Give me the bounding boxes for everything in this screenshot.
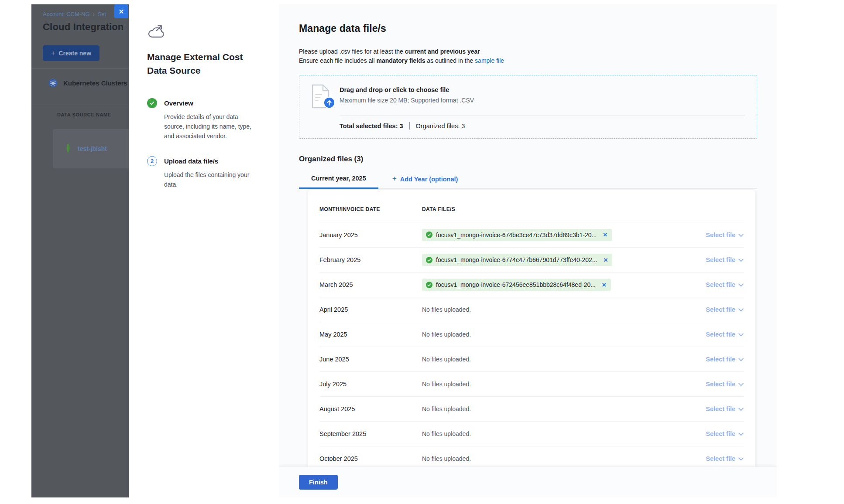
month-label: September 2025: [319, 430, 422, 437]
month-label: April 2025: [319, 306, 422, 313]
step-overview[interactable]: Overview Provide details of your data so…: [147, 99, 264, 141]
data-source-name-link[interactable]: test-jbisht: [78, 145, 107, 152]
data-source-row[interactable]: test-jbisht: [53, 129, 129, 168]
table-header-row: MONTH/INVOICE DATE DATA FILE/S: [319, 196, 744, 222]
month-rows: January 2025focusv1_mongo-invoice-674be3…: [319, 222, 744, 471]
step-label: Overview: [164, 99, 264, 108]
select-file-label: Select file: [706, 356, 735, 363]
chevron-down-icon: [738, 358, 744, 361]
table-row: May 2025No files uploaded.Select file: [319, 322, 744, 347]
chevron-down-icon: [738, 457, 744, 461]
file-name: focusv1_mongo-invoice-672456ee851bbb28c6…: [436, 281, 596, 288]
step-upload-data-files[interactable]: 2 Upload data file/s Upload the files co…: [147, 157, 264, 189]
breadcrumb-section-link[interactable]: Set: [98, 11, 106, 17]
breadcrumb-separator-icon: ›: [93, 11, 95, 17]
tab-current-year[interactable]: Current year, 2025: [299, 170, 378, 189]
select-file-dropdown[interactable]: Select file: [706, 306, 744, 313]
select-file-dropdown[interactable]: Select file: [706, 256, 744, 263]
file-upload-icon: [311, 84, 332, 111]
remove-file-icon[interactable]: ✕: [603, 257, 608, 263]
table-row: June 2025No files uploaded.Select file: [319, 347, 744, 371]
divider: [340, 116, 745, 116]
select-file-dropdown[interactable]: Select file: [706, 405, 744, 412]
cloud-export-icon: [147, 24, 165, 40]
month-label: June 2025: [319, 356, 422, 363]
remove-file-icon[interactable]: ✕: [603, 232, 607, 238]
page-title: Cloud Integration: [43, 21, 129, 33]
no-files-text: No files uploaded.: [422, 306, 471, 313]
upload-instructions: Please upload .csv files for at least th…: [299, 47, 757, 65]
step-description: Provide details of your data source, inc…: [164, 112, 259, 141]
file-cell: focusv1_mongo-invoice-674be3ce47c73d37dd…: [422, 229, 691, 241]
file-name: focusv1_mongo-invoice-6774c477b667901d77…: [436, 256, 597, 263]
chevron-down-icon: [738, 308, 744, 312]
sample-file-link[interactable]: sample file: [475, 57, 504, 64]
tab-kubernetes-clusters[interactable]: Kubernetes Clusters: [43, 69, 129, 97]
month-label: January 2025: [319, 232, 422, 238]
no-files-text: No files uploaded.: [422, 381, 471, 388]
select-file-dropdown[interactable]: Select file: [706, 356, 744, 363]
check-circle-icon: [426, 282, 432, 288]
instruction-line-2: Ensure each file includes all mandatory …: [299, 56, 757, 65]
no-files-text: No files uploaded.: [422, 430, 471, 437]
table-row: March 2025focusv1_mongo-invoice-672456ee…: [319, 272, 744, 297]
table-row: February 2025focusv1_mongo-invoice-6774c…: [319, 247, 744, 272]
file-cell: No files uploaded.: [422, 405, 691, 412]
check-circle-icon: [426, 232, 432, 238]
step-number-badge: 2: [147, 156, 157, 166]
select-file-label: Select file: [706, 331, 735, 338]
table-row: April 2025No files uploaded.Select file: [319, 297, 744, 322]
select-file-dropdown[interactable]: Select file: [706, 281, 744, 288]
no-files-text: No files uploaded.: [422, 331, 471, 338]
month-label: May 2025: [319, 331, 422, 338]
select-file-dropdown[interactable]: Select file: [706, 430, 744, 437]
manage-data-source-drawer: ✕ Manage External Cost Data Source Overv…: [129, 4, 777, 497]
monthly-files-card: MONTH/INVOICE DATE DATA FILE/S January 2…: [308, 190, 755, 471]
select-file-dropdown[interactable]: Select file: [706, 381, 744, 388]
breadcrumb-account-link[interactable]: Account: CCM-NG: [43, 11, 90, 17]
file-dropzone[interactable]: Drag and drop or click to choose file Ma…: [299, 75, 757, 139]
add-year-button[interactable]: + Add Year (optional): [391, 170, 460, 188]
month-label: October 2025: [319, 455, 422, 462]
month-label: July 2025: [319, 381, 422, 388]
column-header-data-file: DATA FILE/S: [422, 206, 691, 212]
table-row: August 2025No files uploaded.Select file: [319, 396, 744, 421]
wizard-title: Manage External Cost Data Source: [147, 50, 243, 77]
file-name: focusv1_mongo-invoice-674be3ce47c73d37dd…: [436, 232, 597, 238]
select-file-dropdown[interactable]: Select file: [706, 331, 744, 338]
upload-arrow-icon: [323, 97, 335, 109]
chevron-down-icon: [738, 383, 744, 386]
create-new-button[interactable]: + Create new: [43, 45, 99, 61]
total-selected-files: Total selected files: 3: [340, 123, 403, 129]
panel-heading: Manage data file/s: [299, 23, 757, 34]
select-file-label: Select file: [706, 405, 735, 412]
mongodb-leaf-icon: [65, 143, 71, 155]
select-file-label: Select file: [706, 256, 735, 263]
uploaded-file-chip: focusv1_mongo-invoice-672456ee851bbb28c6…: [422, 279, 611, 291]
finish-button[interactable]: Finish: [299, 475, 338, 490]
select-file-label: Select file: [706, 381, 735, 388]
uploaded-file-chip: focusv1_mongo-invoice-674be3ce47c73d37dd…: [422, 229, 612, 241]
select-file-dropdown[interactable]: Select file: [706, 455, 744, 462]
step-description: Upload the files containing your data.: [164, 170, 259, 189]
year-tabs: Current year, 2025 + Add Year (optional): [299, 170, 757, 189]
file-cell: No files uploaded.: [422, 306, 691, 313]
chevron-down-icon: [738, 234, 744, 237]
file-cell: No files uploaded.: [422, 381, 691, 388]
divider: [31, 105, 129, 105]
select-file-label: Select file: [706, 232, 735, 238]
step-label: Upload data file/s: [164, 157, 264, 166]
organized-files-heading: Organized files (3): [299, 155, 757, 163]
no-files-text: No files uploaded.: [422, 455, 471, 462]
remove-file-icon[interactable]: ✕: [602, 282, 607, 288]
select-file-label: Select file: [706, 281, 735, 288]
select-file-dropdown[interactable]: Select file: [706, 232, 744, 238]
select-file-label: Select file: [706, 430, 735, 437]
file-counts: Total selected files: 3 Organized files:…: [340, 122, 745, 129]
add-year-label: Add Year (optional): [400, 176, 458, 183]
table-row: July 2025No files uploaded.Select file: [319, 371, 744, 396]
upload-step-panel: Manage data file/s Please upload .csv fi…: [279, 4, 777, 497]
close-button[interactable]: ✕: [114, 4, 128, 18]
no-files-text: No files uploaded.: [422, 356, 471, 363]
step-complete-check-icon: [147, 98, 157, 108]
